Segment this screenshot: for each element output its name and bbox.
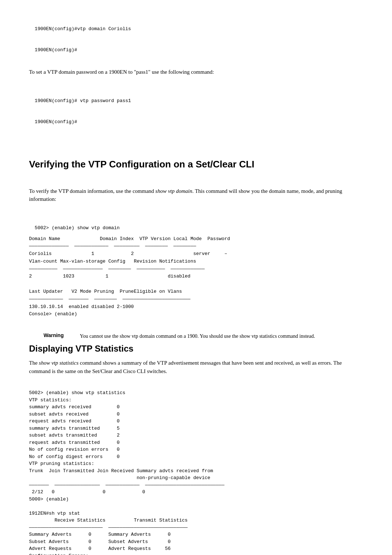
section2-intro: The show vtp statistics command shows a …	[29, 359, 363, 375]
table-divider3: ———————————— ——————— ———————— ——————————…	[29, 296, 363, 303]
intro-paragraph: To set a VTP domain password on a 1900EN…	[29, 68, 363, 76]
table-row3: 2 1023 1 disabled	[29, 273, 363, 280]
vtp-domain-table: Domain Name Domain Index VTP Version Loc…	[29, 235, 363, 319]
warning-text: You cannot use the show vtp domain comma…	[80, 332, 315, 340]
warning-label: Warning	[44, 332, 69, 340]
password-code-line2: 1900EN(config)#	[35, 119, 77, 125]
table-divider2: —————————— —————————————— ———————— —————…	[29, 266, 363, 273]
table-last-updater-header: Last Updater V2 Mode Pruning PruneEligib…	[29, 288, 363, 296]
top-code-block: 1900EN(config)#vtp domain Coriolis 1900E…	[29, 18, 363, 54]
table-last-row: 130.10.10.14 enabled disabled 2-1000	[29, 303, 363, 311]
show-vtp-domain-command: 5002> (enable) show vtp domain	[29, 218, 363, 232]
top-code-line1: 1900EN(config)#vtp domain Coriolis	[35, 26, 131, 32]
section1-intro: To verify the VTP domain information, us…	[29, 187, 363, 203]
table-row1: Coriolis 1 2 server –	[29, 250, 363, 258]
section1-intro-italic: show vtp domain	[155, 188, 192, 194]
top-code-line2: 1900EN(config)#	[35, 47, 77, 53]
section2-intro-italic: show vtp statistics	[39, 360, 78, 366]
section2-intro-part1: The	[29, 360, 39, 366]
password-code-block: 1900EN(config)# vtp password pass1 1900E…	[29, 90, 363, 126]
section2-heading: Displaying VTP Statistics	[29, 344, 363, 354]
section1-heading: Verifying the VTP Configuration on a Set…	[29, 159, 363, 170]
warning-block: Warning You cannot use the show vtp doma…	[44, 332, 363, 340]
table-header: Domain Name Domain Index VTP Version Loc…	[29, 235, 363, 243]
table-divider1: —————————————— ———————————— ————————— ——…	[29, 243, 363, 250]
password-code-line1: 1900EN(config)# vtp password pass1	[35, 98, 131, 104]
vtp-statistics-code: 5002> (enable) show vtp statistics VTP s…	[29, 389, 363, 555]
table-spacer	[29, 280, 363, 288]
table-row2: Vlan-count Max-vlan-storage Config Revis…	[29, 258, 363, 266]
table-console: Console> (enable)	[29, 311, 363, 318]
